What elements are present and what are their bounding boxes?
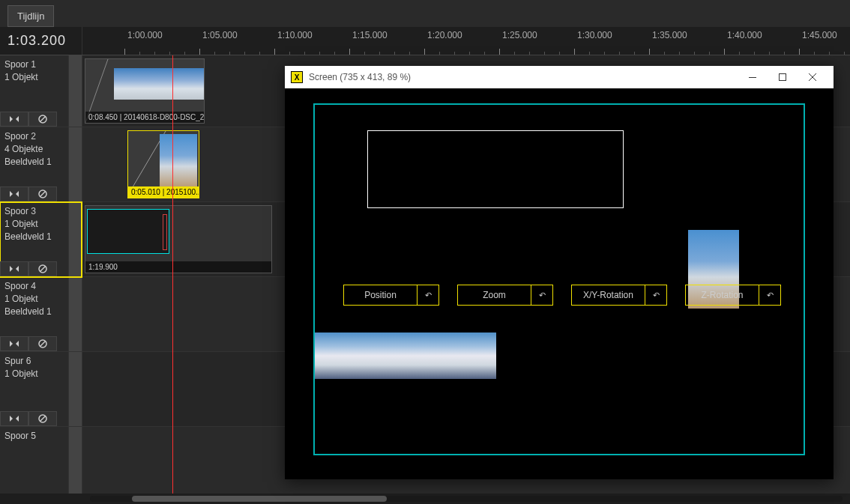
svg-marker-5 <box>16 191 19 197</box>
playhead[interactable] <box>172 55 173 494</box>
track-collapse-button[interactable] <box>0 336 28 351</box>
track-header[interactable]: Spur 61 Objekt <box>0 352 82 427</box>
svg-marker-4 <box>10 191 13 197</box>
clip-label: 0:05.010 | 2015100... <box>128 186 199 198</box>
svg-marker-16 <box>10 416 13 422</box>
app-icon: X <box>291 71 303 83</box>
svg-rect-22 <box>749 77 756 78</box>
track-collapse-button[interactable] <box>0 186 28 201</box>
position-button[interactable]: Position ↶ <box>343 285 439 306</box>
undo-icon[interactable]: ↶ <box>418 291 438 300</box>
preview-canvas[interactable]: Position ↶ Zoom ↶ X/Y-Rotation ↶ Z-Rotat… <box>313 103 805 455</box>
clip-track3[interactable]: 1:19.900 <box>85 205 272 273</box>
track-volume-slider[interactable] <box>68 55 82 127</box>
svg-marker-1 <box>16 116 19 122</box>
svg-marker-0 <box>10 116 13 122</box>
scrollbar-thumb[interactable] <box>132 496 387 502</box>
canvas-frame-inner <box>367 130 624 208</box>
track-header[interactable]: Spoor 5 <box>0 427 82 494</box>
track-collapse-button[interactable] <box>0 261 28 276</box>
preview-window: X Screen (735 x 413, 89 %) Position ↶ Zo… <box>285 66 834 479</box>
preview-titlebar[interactable]: X Screen (735 x 413, 89 %) <box>285 66 834 88</box>
clip-label: 1:19.900 <box>85 261 271 273</box>
track-volume-slider[interactable] <box>68 127 82 201</box>
track-volume-slider[interactable] <box>68 277 82 351</box>
track-disable-button[interactable] <box>28 411 57 426</box>
maximize-button[interactable] <box>768 66 798 88</box>
track-disable-button[interactable] <box>28 112 57 127</box>
svg-marker-13 <box>16 341 19 347</box>
svg-marker-12 <box>10 341 13 347</box>
undo-icon[interactable]: ↶ <box>531 291 552 300</box>
svg-marker-9 <box>16 266 19 272</box>
svg-line-3 <box>40 117 46 122</box>
svg-line-15 <box>40 341 46 347</box>
track-volume-slider[interactable] <box>68 427 82 494</box>
horizontal-scrollbar[interactable] <box>90 496 843 502</box>
xy-rotation-button[interactable]: X/Y-Rotation ↶ <box>571 285 667 306</box>
svg-marker-17 <box>16 416 19 422</box>
svg-rect-23 <box>780 74 786 81</box>
svg-line-7 <box>40 192 46 197</box>
undo-icon[interactable]: ↶ <box>759 291 780 300</box>
svg-line-19 <box>40 416 46 422</box>
undo-icon[interactable]: ↶ <box>645 291 666 300</box>
tab-timeline[interactable]: Tijdlijn <box>7 5 54 27</box>
track-collapse-button[interactable] <box>0 411 28 426</box>
track-collapse-button[interactable] <box>0 112 28 127</box>
clip-track2[interactable]: 0:05.010 | 2015100... <box>127 130 199 198</box>
track-volume-slider[interactable] <box>68 352 82 426</box>
track-disable-button[interactable] <box>28 261 57 276</box>
track-info: Spoor 5 <box>0 427 68 494</box>
minimize-button[interactable] <box>738 66 768 88</box>
track-header[interactable]: Spoor 11 Objekt <box>0 55 82 127</box>
zoom-button[interactable]: Zoom ↶ <box>457 285 553 306</box>
time-ruler[interactable]: 1:00.0001:05.0001:10.0001:15.0001:20.000… <box>82 27 850 55</box>
clip-track1[interactable]: 0:08.450 | 20140618-D800-DSC_2121 ... <box>85 58 205 124</box>
preview-title: Screen (735 x 413, 89 %) <box>309 72 738 82</box>
svg-line-11 <box>40 267 46 272</box>
track-header[interactable]: Spoor 41 ObjektBeeldveld 1 <box>0 277 82 352</box>
track-header[interactable]: Spoor 24 ObjekteBeeldveld 1 <box>0 127 82 202</box>
track-disable-button[interactable] <box>28 186 57 201</box>
track-volume-slider[interactable] <box>68 202 82 276</box>
preview-image-clouds[interactable] <box>315 333 496 379</box>
svg-marker-8 <box>10 266 13 272</box>
close-button[interactable] <box>798 66 828 88</box>
clip-label: 0:08.450 | 20140618-D800-DSC_2121 ... <box>85 112 204 123</box>
track-header[interactable]: Spoor 31 ObjektBeeldveld 1 <box>0 202 82 277</box>
z-rotation-button[interactable]: Z-Rotation ↶ <box>685 285 781 306</box>
track-disable-button[interactable] <box>28 336 57 351</box>
current-time-display: 1:03.200 <box>0 27 82 55</box>
